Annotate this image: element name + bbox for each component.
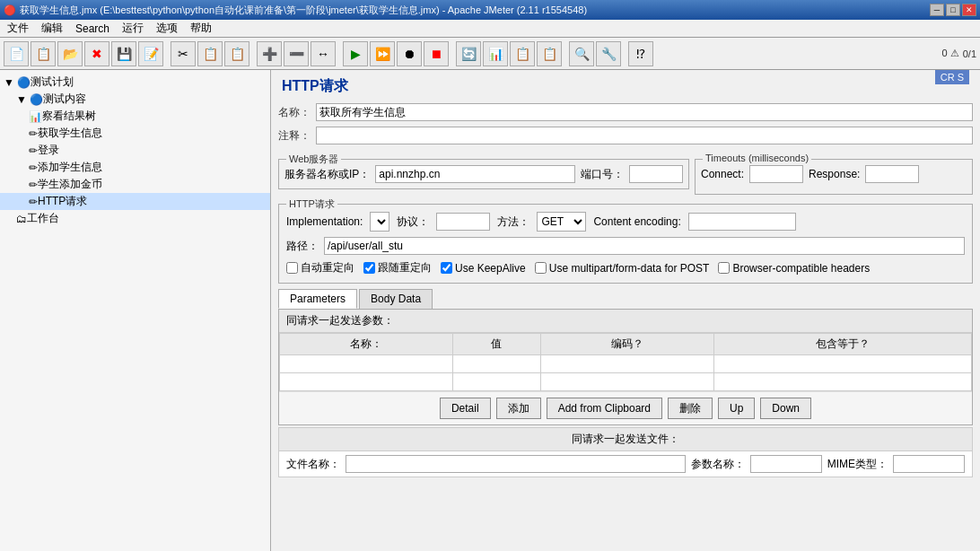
- tree-item-http[interactable]: ✏ HTTP请求: [0, 193, 270, 210]
- connect-input[interactable]: [749, 165, 803, 183]
- tb-new-button[interactable]: 📄: [4, 41, 29, 66]
- tb-templates-button[interactable]: 📋: [31, 41, 56, 66]
- col-value-header: 值: [452, 334, 540, 355]
- name-label: 名称：: [278, 105, 311, 120]
- minimize-button[interactable]: ─: [930, 4, 944, 16]
- impl-label: Implementation:: [286, 215, 363, 228]
- tree-item-add-student[interactable]: ✏ 添加学生信息: [0, 159, 270, 176]
- comment-label: 注释：: [278, 128, 311, 144]
- tb-expand-button[interactable]: ➕: [257, 41, 282, 66]
- path-input[interactable]: [324, 237, 965, 255]
- tb-start-button[interactable]: ▶: [343, 41, 368, 66]
- titlebar: 🔴 获取学生信息.jmx (E:\besttest\python\python自…: [0, 0, 980, 20]
- cb-auto-redirect[interactable]: 自动重定向: [286, 260, 354, 276]
- tb-stop-button[interactable]: ⏹: [424, 41, 449, 66]
- follow-redirect-checkbox[interactable]: [363, 262, 375, 274]
- tree-item-test-content[interactable]: ▼ 🔵 测试内容: [0, 91, 270, 108]
- port-input[interactable]: [629, 165, 683, 183]
- tb-copy-button[interactable]: 📋: [197, 41, 223, 66]
- menu-run[interactable]: 运行: [117, 19, 149, 38]
- auto-redirect-checkbox[interactable]: [286, 262, 298, 274]
- impl-select[interactable]: [370, 212, 389, 232]
- menu-help[interactable]: 帮助: [185, 19, 217, 38]
- cr-overlay-button[interactable]: CR S: [935, 70, 969, 84]
- multipart-checkbox[interactable]: [535, 262, 547, 274]
- tb-remote-stop-button[interactable]: 📋: [510, 41, 535, 66]
- protocol-input[interactable]: [436, 213, 490, 231]
- tree-item-workbench[interactable]: 🗂 工作台: [0, 210, 270, 227]
- cb-browser-headers[interactable]: Browser-compatible headers: [718, 262, 870, 275]
- tb-saveas-button[interactable]: 📝: [138, 41, 163, 66]
- tb-paste-button[interactable]: 📋: [224, 41, 249, 66]
- tree-label-get: 获取学生信息: [38, 126, 102, 141]
- close-button[interactable]: ✕: [962, 4, 976, 16]
- tb-toggle-button[interactable]: ↔: [311, 41, 336, 66]
- tab-body-data[interactable]: Body Data: [359, 289, 433, 309]
- table-cell[interactable]: [713, 355, 971, 373]
- tb-collapse-button[interactable]: ➖: [284, 41, 309, 66]
- cb-follow-redirect[interactable]: 跟随重定向: [363, 260, 432, 276]
- maximize-button[interactable]: □: [946, 4, 960, 16]
- menu-file[interactable]: 文件: [2, 19, 34, 38]
- delete-button[interactable]: 删除: [668, 398, 713, 419]
- name-input[interactable]: [316, 103, 973, 121]
- cb-multipart[interactable]: Use multipart/form-data for POST: [535, 262, 710, 275]
- tb-clear-button[interactable]: 🔧: [596, 41, 621, 66]
- table-cell[interactable]: [452, 355, 540, 373]
- tree-label-results: 察看结果树: [42, 109, 96, 124]
- menu-edit[interactable]: 编辑: [36, 19, 68, 38]
- encoding-input[interactable]: [688, 213, 796, 231]
- cb-keepalive[interactable]: Use KeepAlive: [441, 262, 526, 275]
- comment-input[interactable]: [316, 127, 973, 144]
- file-right: 参数名称： MIME类型：: [691, 455, 965, 473]
- table-cell[interactable]: [713, 373, 971, 391]
- tree-item-get-students[interactable]: ✏ 获取学生信息: [0, 125, 270, 142]
- down-button[interactable]: Down: [760, 398, 811, 419]
- add-button[interactable]: 添加: [496, 398, 541, 419]
- encoding-label: Content encoding:: [593, 215, 680, 228]
- http-inner-box-title: HTTP请求: [286, 197, 337, 211]
- table-row-empty-2: [280, 373, 972, 391]
- menu-options[interactable]: 选项: [151, 19, 183, 38]
- detail-button[interactable]: Detail: [440, 398, 491, 419]
- tb-save-button[interactable]: 💾: [111, 41, 136, 66]
- tb-remote-start-button[interactable]: 🔄: [456, 41, 481, 66]
- method-select[interactable]: GET POST: [537, 212, 586, 232]
- method-row: Implementation: 协议： 方法： GET POST Content…: [286, 212, 965, 232]
- file-name-label: 文件名称：: [286, 457, 340, 472]
- tb-help-button[interactable]: ⁉: [628, 41, 653, 66]
- server-input[interactable]: [375, 165, 575, 183]
- tree-item-login[interactable]: ✏ 登录: [0, 142, 270, 159]
- browser-headers-checkbox[interactable]: [718, 262, 730, 274]
- table-cell[interactable]: [452, 373, 540, 391]
- tb-start-nopauses-button[interactable]: ⏩: [370, 41, 395, 66]
- param-name-input[interactable]: [750, 455, 822, 473]
- up-button[interactable]: Up: [718, 398, 755, 419]
- tree-item-test-plan[interactable]: ▼ 🔵 测试计划: [0, 74, 270, 91]
- tree-icon-http: ✏: [29, 196, 38, 208]
- tb-close-button[interactable]: ✖: [84, 41, 109, 66]
- mime-label: MIME类型：: [827, 457, 888, 472]
- tb-cut-button[interactable]: ✂: [171, 41, 196, 66]
- keepalive-checkbox[interactable]: [441, 262, 452, 274]
- table-cell[interactable]: [541, 355, 714, 373]
- file-name-input[interactable]: [346, 455, 686, 473]
- menu-search[interactable]: Search: [70, 21, 115, 37]
- tb-search-button[interactable]: 🔍: [569, 41, 594, 66]
- tb-remote-start-all-button[interactable]: 📊: [483, 41, 508, 66]
- tb-start-stop-button[interactable]: ⏺: [397, 41, 422, 66]
- tb-open-button[interactable]: 📂: [57, 41, 83, 66]
- tab-parameters[interactable]: Parameters: [278, 289, 357, 309]
- tree-expand-icon: ▼: [4, 76, 14, 89]
- table-cell[interactable]: [280, 373, 453, 391]
- add-clipboard-button[interactable]: Add from Clipboard: [547, 398, 662, 419]
- file-section-header: 同请求一起发送文件：: [278, 427, 973, 451]
- table-cell[interactable]: [541, 373, 714, 391]
- tree-item-results[interactable]: 📊 察看结果树: [0, 108, 270, 125]
- response-input[interactable]: [865, 165, 919, 183]
- mime-input[interactable]: [893, 455, 965, 473]
- tree-item-add-coins[interactable]: ✏ 学生添加金币: [0, 176, 270, 193]
- tab-content: 同请求一起发送参数： 名称： 值 编码？ 包含等于？: [278, 309, 973, 425]
- tb-remote-stop-all-button[interactable]: 📋: [537, 41, 562, 66]
- table-cell[interactable]: [280, 355, 453, 373]
